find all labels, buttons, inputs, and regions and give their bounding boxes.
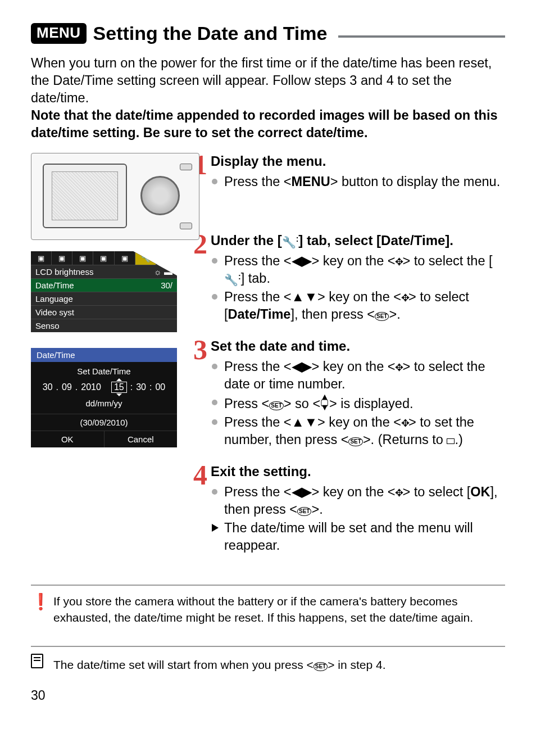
datetime-dialog: Date/Time Set Date/Time 30. 09. 2010 15:…: [31, 348, 177, 447]
year-value[interactable]: 2010: [81, 382, 101, 392]
step-bullet: Press the <◀▶> key on the <✥> to select …: [211, 483, 505, 518]
step-bullet: Press <SET> so <▲▢▼> is displayed.: [211, 394, 505, 413]
square-icon: [447, 438, 455, 444]
info-note: The date/time set will start from when y…: [31, 646, 505, 673]
set-icon: SET: [348, 437, 362, 446]
wrench-icon: 🔧: [282, 234, 299, 250]
set-icon: SET: [297, 507, 311, 516]
menu-tab[interactable]: ▣: [31, 251, 52, 265]
cross-key-icon: ✥: [395, 487, 402, 499]
camera-button: [180, 223, 192, 229]
left-right-icon: ◀▶: [292, 359, 312, 374]
info-text-pre: The date/time set will start from when y…: [53, 658, 314, 671]
set-icon: SET: [269, 401, 283, 410]
intro-text: When you turn on the power for the first…: [31, 56, 492, 105]
set-icon: SET: [314, 662, 328, 671]
menu-tab-active[interactable]: 🔧: [135, 251, 156, 265]
menu-badge: MENU: [31, 23, 87, 44]
step-bullet: Press the <▲▼> key on the <✥> to select …: [211, 288, 505, 323]
day-value[interactable]: 30: [43, 382, 53, 392]
step-title: Set the date and time.: [211, 338, 505, 355]
menu-tab[interactable]: ▣: [52, 251, 72, 265]
left-right-icon: ◀▶: [292, 485, 312, 499]
up-down-icon: ▲▼: [292, 289, 318, 304]
month-value[interactable]: 09: [62, 382, 72, 392]
left-right-icon: ◀▶: [292, 253, 312, 268]
date-example: (30/09/2010): [31, 414, 177, 431]
step-2: 2 Under the [🔧] tab, select [Date/Time].…: [211, 232, 505, 331]
cross-key-icon: ✥: [401, 418, 408, 429]
minute-value[interactable]: 30: [136, 382, 146, 392]
step-4: 4 Exit the setting. Press the <◀▶> key o…: [211, 463, 505, 562]
camera-button: [180, 164, 192, 170]
menu-tab[interactable]: ▣: [72, 251, 93, 265]
step-title: Under the [🔧] tab, select [Date/Time].: [211, 232, 505, 249]
cross-key-icon: ✥: [395, 256, 402, 268]
wrench-icon: 🔧: [224, 271, 241, 287]
menu-item[interactable]: Senso: [31, 319, 177, 332]
cross-key-icon: ✥: [401, 292, 408, 304]
set-icon: SET: [375, 312, 389, 321]
menu-screenshot: ▣ ▣ ▣ ▣ ▣ 🔧 🔧 LCD brightness ☼ ▬ Date/Ti…: [31, 251, 177, 332]
intro-paragraph: When you turn on the power for the first…: [31, 55, 505, 142]
step-1: 1 Display the menu. Press the <MENU> but…: [211, 153, 505, 198]
menu-item[interactable]: LCD brightness ☼ ▬: [31, 265, 177, 278]
menu-item[interactable]: Language: [31, 292, 177, 305]
menu-tabs: ▣ ▣ ▣ ▣ ▣ 🔧 🔧: [31, 251, 177, 265]
caution-note: ❗ If you store the camera without the ba…: [31, 585, 505, 633]
menu-tab[interactable]: ▣: [115, 251, 135, 265]
ok-button[interactable]: OK: [31, 431, 105, 447]
step-3: 3 Set the date and time. Press the <◀▶> …: [211, 338, 505, 456]
step-number: 3: [190, 338, 211, 362]
caution-text: If you store the camera without the batt…: [53, 595, 473, 623]
step-title: Exit the setting.: [211, 463, 505, 480]
menu-tab[interactable]: ▣: [93, 251, 114, 265]
camera-control-dial: [140, 176, 180, 215]
menu-glyph: MENU: [292, 174, 330, 189]
step-bullet: Press the <▲▼> key on the <✥> to set the…: [211, 414, 505, 449]
menu-tab[interactable]: 🔧: [156, 251, 177, 265]
datetime-values: 30. 09. 2010 15: 30: 00: [31, 378, 177, 396]
hour-value-selected[interactable]: 15: [111, 382, 127, 393]
dialog-title: Date/Time: [31, 348, 177, 362]
cancel-button[interactable]: Cancel: [105, 431, 178, 447]
info-text-post: > in step 4.: [328, 658, 385, 671]
cross-key-icon: ✥: [395, 362, 402, 373]
date-format[interactable]: dd/mm/yy: [31, 396, 177, 414]
step-number: 4: [190, 463, 211, 487]
second-value[interactable]: 00: [155, 382, 165, 392]
camera-lcd: [43, 164, 127, 228]
note-icon: [31, 654, 43, 668]
menu-item-selected[interactable]: Date/Time 30/: [31, 278, 177, 292]
title-rule: [338, 35, 505, 38]
up-down-icon: ▲▼: [292, 415, 318, 429]
step-result: The date/time will be set and the menu w…: [211, 519, 505, 554]
page-title-row: MENU Setting the Date and Time: [31, 22, 505, 44]
step-bullet: Press the <MENU> button to display the m…: [211, 173, 505, 191]
camera-illustration: [31, 153, 199, 240]
step-bullet: Press the <◀▶> key on the <✥> to select …: [211, 358, 505, 393]
caution-icon: ❗: [31, 591, 51, 613]
page-title: Setting the Date and Time: [93, 22, 328, 44]
updown-box-icon: ▲▢▼: [320, 394, 329, 410]
dialog-subtitle: Set Date/Time: [31, 362, 177, 378]
step-bullet: Press the <◀▶> key on the <✥> to select …: [211, 252, 505, 287]
step-title: Display the menu.: [211, 153, 505, 170]
menu-item[interactable]: Video syst: [31, 305, 177, 319]
intro-note: Note that the date/time appended to reco…: [31, 108, 497, 140]
page-number: 30: [31, 688, 505, 703]
